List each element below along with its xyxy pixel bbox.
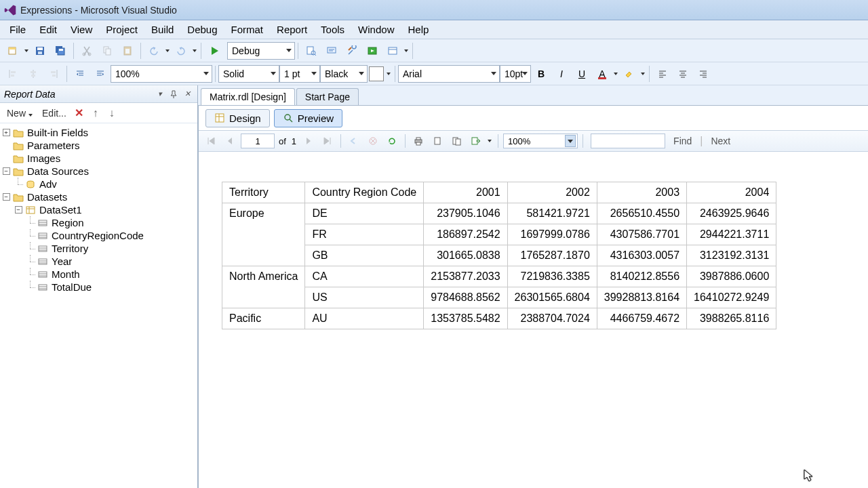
bold-button[interactable]: B: [532, 64, 551, 83]
align-center-obj-button[interactable]: [24, 64, 43, 83]
menu-help[interactable]: Help: [401, 21, 435, 38]
panel-up-icon[interactable]: ↑: [90, 107, 102, 119]
align-right-text-button[interactable]: [694, 64, 713, 83]
panel-new-button[interactable]: New: [4, 106, 35, 120]
preview-zoom-select[interactable]: 100%: [503, 134, 578, 148]
first-page-icon[interactable]: [203, 133, 219, 149]
italic-button[interactable]: I: [552, 64, 571, 83]
find-next-button[interactable]: Next: [705, 136, 736, 146]
last-page-icon[interactable]: [319, 133, 336, 149]
doc-tab-matrix[interactable]: Matrix.rdl [Design]: [201, 88, 295, 105]
find-button[interactable]: Find: [668, 136, 697, 146]
indent-button[interactable]: [91, 64, 110, 83]
undo-button[interactable]: [144, 41, 163, 60]
page-number-input[interactable]: [241, 134, 275, 148]
tree-field-region[interactable]: Region: [0, 216, 197, 229]
tree-field-territory[interactable]: Territory: [0, 242, 197, 255]
save-button[interactable]: [31, 41, 50, 60]
align-left-text-button[interactable]: [653, 64, 672, 83]
collapse-icon[interactable]: −: [3, 167, 10, 175]
panel-delete-icon[interactable]: ✕: [73, 107, 85, 119]
tree-node-parameters[interactable]: Parameters: [0, 139, 197, 152]
panel-edit-button[interactable]: Edit...: [39, 106, 69, 120]
undo-dropdown[interactable]: [164, 49, 171, 52]
collapse-icon[interactable]: −: [15, 206, 22, 214]
line-style-select[interactable]: Solid: [218, 65, 279, 83]
menu-tools[interactable]: Tools: [314, 21, 351, 38]
collapse-icon[interactable]: −: [3, 193, 10, 201]
tree-field-countryregioncode[interactable]: CountryRegionCode: [0, 229, 197, 242]
tree-node-images[interactable]: Images: [0, 152, 197, 165]
fill-color-dropdown[interactable]: [385, 73, 392, 75]
menu-window[interactable]: Window: [351, 21, 401, 38]
run-button[interactable]: [363, 41, 382, 60]
expand-icon[interactable]: +: [3, 129, 10, 136]
tab-preview[interactable]: Preview: [274, 109, 342, 127]
doc-tab-start[interactable]: Start Page: [296, 88, 359, 105]
underline-button[interactable]: U: [572, 64, 591, 83]
menu-debug[interactable]: Debug: [180, 21, 224, 38]
panel-pin-icon[interactable]: [167, 88, 180, 100]
highlight-button[interactable]: [620, 64, 639, 83]
prev-page-icon[interactable]: [222, 133, 238, 149]
tools-button[interactable]: [342, 41, 361, 60]
refresh-icon[interactable]: [384, 133, 400, 149]
tree-node-builtin[interactable]: + Built-in Fields: [0, 126, 197, 139]
outdent-button[interactable]: [71, 64, 90, 83]
window-layout-dropdown[interactable]: [403, 49, 410, 52]
tree-node-adv[interactable]: Adv: [0, 178, 197, 190]
tab-design[interactable]: Design: [205, 109, 270, 127]
back-icon[interactable]: [346, 133, 362, 149]
new-project-button[interactable]: [3, 41, 22, 60]
save-all-button[interactable]: [51, 41, 70, 60]
tree-field-totaldue[interactable]: TotalDue: [0, 281, 197, 293]
align-left-obj-button[interactable]: [3, 64, 22, 83]
tree-node-dataset1[interactable]: − DataSet1: [0, 203, 197, 216]
font-color-button[interactable]: A: [593, 64, 612, 83]
tree-field-year[interactable]: Year: [0, 255, 197, 268]
config-select[interactable]: Debug: [227, 42, 295, 60]
menu-build[interactable]: Build: [144, 21, 180, 38]
zoom-select[interactable]: 100%: [111, 65, 212, 83]
panel-down-icon[interactable]: ↓: [106, 107, 118, 119]
line-weight-select[interactable]: 1 pt: [279, 65, 320, 83]
font-family-select[interactable]: Arial: [398, 65, 500, 83]
highlight-dropdown[interactable]: [639, 73, 646, 75]
panel-close-icon[interactable]: ✕: [181, 88, 193, 100]
next-page-icon[interactable]: [300, 133, 317, 149]
comment-button[interactable]: [322, 41, 341, 60]
panel-dropdown-icon[interactable]: ▾: [154, 88, 166, 100]
fill-color-picker[interactable]: [369, 66, 384, 81]
font-size-select[interactable]: 10pt: [500, 65, 531, 83]
print-icon[interactable]: [410, 133, 427, 149]
redo-button[interactable]: [172, 41, 191, 60]
line-color-select[interactable]: Black: [320, 65, 368, 83]
find-in-files-button[interactable]: [302, 41, 321, 60]
menu-view[interactable]: View: [64, 21, 99, 38]
tree-node-datasets[interactable]: − Datasets: [0, 190, 197, 203]
find-input[interactable]: [591, 134, 665, 148]
start-debug-button[interactable]: [205, 41, 224, 60]
align-center-text-button[interactable]: [673, 64, 692, 83]
align-right-obj-button[interactable]: [44, 64, 63, 83]
redo-dropdown[interactable]: [191, 49, 198, 52]
menu-report[interactable]: Report: [270, 21, 314, 38]
page-setup-icon[interactable]: [448, 133, 465, 149]
menu-file[interactable]: File: [3, 21, 33, 38]
paste-button[interactable]: [118, 41, 137, 60]
font-color-dropdown[interactable]: [612, 73, 619, 75]
copy-button[interactable]: [98, 41, 117, 60]
export-dropdown[interactable]: [486, 140, 493, 142]
tree-field-month[interactable]: Month: [0, 268, 197, 281]
cut-button[interactable]: [77, 41, 96, 60]
tab-preview-label: Preview: [298, 113, 334, 124]
new-project-dropdown[interactable]: [23, 49, 30, 52]
stop-icon[interactable]: [365, 133, 381, 149]
tree-node-datasources[interactable]: − Data Sources: [0, 165, 197, 178]
menu-project[interactable]: Project: [99, 21, 144, 38]
menu-format[interactable]: Format: [224, 21, 271, 38]
window-layout-button[interactable]: [383, 41, 402, 60]
export-icon[interactable]: [467, 133, 484, 149]
print-layout-icon[interactable]: [429, 133, 446, 149]
menu-edit[interactable]: Edit: [33, 21, 64, 38]
